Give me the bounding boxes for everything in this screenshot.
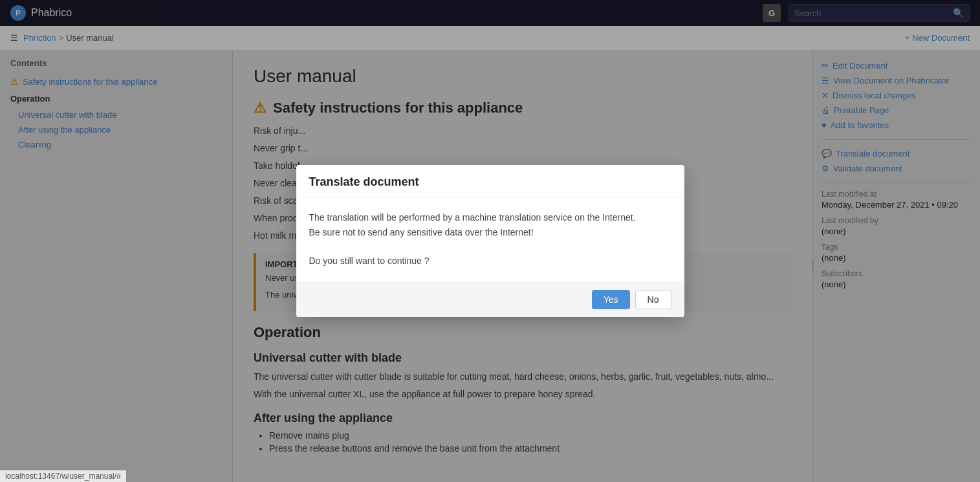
- modal-title: Translate document: [309, 175, 671, 189]
- status-bar: localhost:13467/w/user_manual/#: [0, 470, 126, 482]
- modal-body-line2: Be sure not to send any sensitive data o…: [309, 225, 671, 239]
- modal-footer: Yes No: [296, 281, 684, 317]
- modal-body-line1: The translation will be performed by a m…: [309, 210, 671, 225]
- modal-body-line3: Do you still want to continue ?: [309, 254, 671, 268]
- modal-overlay[interactable]: Translate document The translation will …: [0, 0, 980, 482]
- modal-no-button[interactable]: No: [635, 290, 671, 309]
- modal-body: The translation will be performed by a m…: [296, 197, 684, 281]
- translate-modal: Translate document The translation will …: [296, 165, 684, 317]
- modal-yes-button[interactable]: Yes: [592, 290, 630, 309]
- status-url: localhost:13467/w/user_manual/#: [5, 472, 121, 481]
- modal-header: Translate document: [296, 165, 684, 197]
